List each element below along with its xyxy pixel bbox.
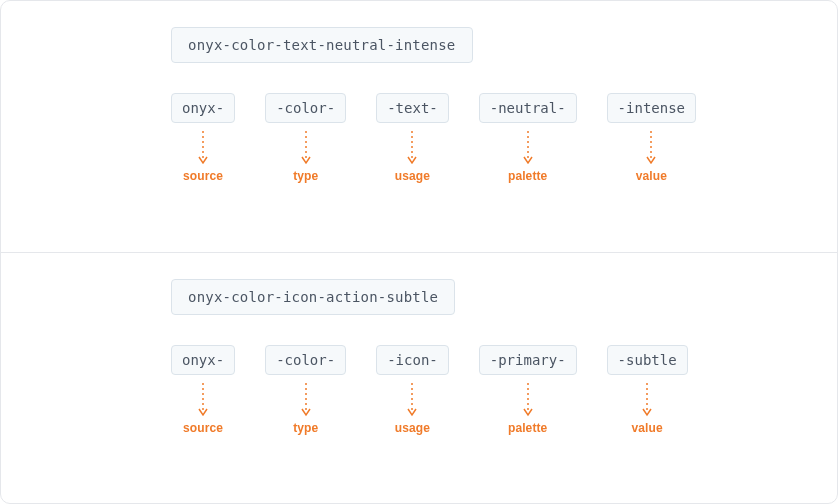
part-chip: -primary- bbox=[479, 345, 577, 375]
part-col-value: -subtle value bbox=[607, 345, 688, 435]
arrow-down-icon bbox=[198, 383, 208, 417]
part-chip: -subtle bbox=[607, 345, 688, 375]
part-col-type: -color- type bbox=[265, 345, 346, 435]
part-chip: -neutral- bbox=[479, 93, 577, 123]
example-section-2: onyx-color-icon-action-subtle onyx- sour… bbox=[1, 253, 837, 504]
part-label: value bbox=[636, 169, 667, 183]
full-token-chip: onyx-color-text-neutral-intense bbox=[171, 27, 473, 63]
part-chip: -color- bbox=[265, 345, 346, 375]
part-label: usage bbox=[395, 421, 430, 435]
arrow-down-icon bbox=[198, 131, 208, 165]
part-label: type bbox=[293, 421, 318, 435]
arrow-down-icon bbox=[642, 383, 652, 417]
example-section-1: onyx-color-text-neutral-intense onyx- so… bbox=[1, 1, 837, 252]
arrow-down-icon bbox=[523, 383, 533, 417]
part-col-palette: -neutral- palette bbox=[479, 93, 577, 183]
arrow-down-icon bbox=[301, 383, 311, 417]
part-col-usage: -text- usage bbox=[376, 93, 449, 183]
part-label: source bbox=[183, 421, 223, 435]
part-col-type: -color- type bbox=[265, 93, 346, 183]
part-label: palette bbox=[508, 169, 547, 183]
parts-row: onyx- source -color- type -icon- usage bbox=[171, 345, 817, 435]
arrow-down-icon bbox=[301, 131, 311, 165]
full-token-chip: onyx-color-icon-action-subtle bbox=[171, 279, 455, 315]
part-chip: -intense bbox=[607, 93, 696, 123]
part-chip: onyx- bbox=[171, 93, 235, 123]
part-col-source: onyx- source bbox=[171, 345, 235, 435]
arrow-down-icon bbox=[407, 383, 417, 417]
part-label: value bbox=[632, 421, 663, 435]
part-label: type bbox=[293, 169, 318, 183]
diagram-canvas: onyx-color-text-neutral-intense onyx- so… bbox=[0, 0, 838, 504]
part-chip: -text- bbox=[376, 93, 449, 123]
part-label: source bbox=[183, 169, 223, 183]
part-chip: -icon- bbox=[376, 345, 449, 375]
arrow-down-icon bbox=[646, 131, 656, 165]
arrow-down-icon bbox=[523, 131, 533, 165]
part-chip: onyx- bbox=[171, 345, 235, 375]
part-chip: -color- bbox=[265, 93, 346, 123]
part-col-palette: -primary- palette bbox=[479, 345, 577, 435]
part-label: usage bbox=[395, 169, 430, 183]
arrow-down-icon bbox=[407, 131, 417, 165]
part-col-value: -intense value bbox=[607, 93, 696, 183]
part-col-source: onyx- source bbox=[171, 93, 235, 183]
part-col-usage: -icon- usage bbox=[376, 345, 449, 435]
part-label: palette bbox=[508, 421, 547, 435]
parts-row: onyx- source -color- type -text- bbox=[171, 93, 817, 183]
